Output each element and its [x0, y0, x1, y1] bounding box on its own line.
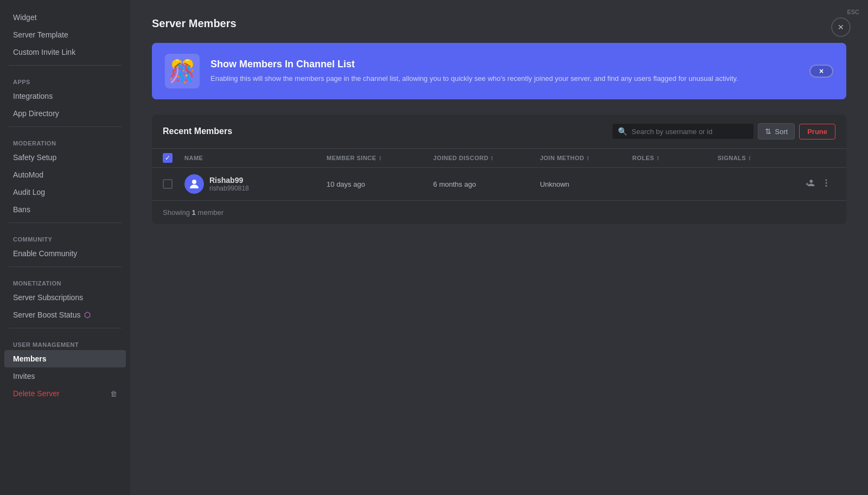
banner-description: Enabling this will show the members page…	[210, 73, 799, 84]
row-checkbox-wrap	[163, 179, 184, 189]
select-all-checkbox[interactable]: ✓	[163, 153, 173, 163]
col-joined-discord-label: JOINED DISCORD	[433, 155, 489, 161]
check-icon: ✓	[165, 154, 170, 162]
svg-point-0	[192, 180, 196, 184]
sidebar-item-members[interactable]: Members	[4, 350, 126, 367]
discord-avatar-icon	[188, 177, 201, 191]
main-content: ✕ ESC Server Members 🎊 Show Members In C…	[130, 0, 868, 495]
row-checkbox[interactable]	[163, 179, 173, 189]
sidebar-item-server-template[interactable]: Server Template	[4, 26, 126, 43]
search-icon: 🔍	[618, 127, 627, 136]
search-box[interactable]: 🔍	[612, 124, 754, 139]
sidebar-divider-3	[9, 223, 122, 223]
col-member-since-label: MEMBER SINCE	[327, 155, 376, 161]
members-header-title: Recent Members	[163, 126, 612, 136]
sidebar-item-server-subscriptions[interactable]: Server Subscriptions	[4, 289, 126, 306]
row-joined-discord: 6 months ago	[433, 180, 540, 188]
sidebar-item-integrations[interactable]: Integrations	[4, 87, 126, 105]
sidebar-item-enable-community-label: Enable Community	[13, 249, 77, 258]
sidebar-divider-2	[9, 126, 122, 127]
table-row: Rishab99 rishab990818 10 days ago 6 mont…	[152, 168, 846, 201]
sidebar-item-audit-log[interactable]: Audit Log	[4, 183, 126, 201]
sidebar-item-delete-server-label: Delete Server	[13, 389, 60, 398]
sort-icon: ⇅	[765, 127, 771, 136]
boost-icon: ⬡	[84, 310, 91, 319]
prune-button[interactable]: Prune	[799, 124, 835, 139]
sidebar-item-delete-server[interactable]: Delete Server 🗑	[4, 385, 126, 402]
add-member-button[interactable]	[803, 176, 817, 192]
banner-illustration: 🎊	[165, 54, 200, 88]
section-label-moderation: MODERATION	[0, 131, 130, 149]
table-header: ✓ NAME MEMBER SINCE ⫶ JOINED DISCORD ⫶ J…	[152, 149, 846, 168]
trash-icon: 🗑	[110, 390, 117, 398]
sidebar-divider-1	[9, 65, 122, 66]
svg-point-1	[825, 179, 827, 181]
banner-mascot-icon: 🎊	[169, 59, 196, 84]
sidebar-item-invites[interactable]: Invites	[4, 367, 126, 385]
banner: 🎊 Show Members In Channel List Enabling …	[152, 43, 846, 99]
search-input[interactable]	[631, 128, 748, 136]
col-joined-discord-sort-icon[interactable]: ⫶	[490, 155, 494, 161]
col-signals-sort-icon[interactable]: ⫶	[748, 155, 751, 161]
sidebar-item-audit-log-label: Audit Log	[13, 188, 45, 196]
section-label-user-management: USER MANAGEMENT	[0, 333, 130, 350]
sidebar-item-server-boost-status[interactable]: Server Boost Status ⬡	[4, 306, 126, 323]
sort-button[interactable]: ⇅ Sort	[758, 123, 795, 139]
sidebar-item-safety-setup[interactable]: Safety Setup	[4, 149, 126, 166]
member-username: rishab990818	[209, 185, 249, 192]
close-button[interactable]: ✕	[831, 17, 851, 37]
sidebar-item-server-template-label: Server Template	[13, 30, 68, 39]
col-header-roles: ROLES ⫶	[633, 155, 718, 161]
col-header-name: NAME	[184, 155, 327, 161]
sidebar-item-widget-label: Widget	[13, 13, 37, 22]
col-checkbox-header: ✓	[163, 153, 184, 163]
sort-label: Sort	[775, 128, 788, 136]
members-header: Recent Members 🔍 ⇅ Sort Prune	[152, 115, 846, 149]
col-roles-sort-icon[interactable]: ⫶	[656, 155, 660, 161]
members-section: Recent Members 🔍 ⇅ Sort Prune ✓ NAME	[152, 115, 846, 224]
showing-label: Showing	[163, 208, 190, 217]
page-title: Server Members	[152, 17, 846, 30]
section-label-monetization: MONETIZATION	[0, 271, 130, 289]
showing-text: Showing 1 member	[152, 201, 846, 224]
sidebar-item-custom-invite-link[interactable]: Custom Invite Link	[4, 43, 126, 61]
sidebar: Widget Server Template Custom Invite Lin…	[0, 0, 130, 495]
sidebar-item-custom-invite-link-label: Custom Invite Link	[13, 48, 75, 56]
col-join-method-label: JOIN METHOD	[540, 155, 584, 161]
sidebar-item-server-subscriptions-label: Server Subscriptions	[13, 293, 83, 302]
sidebar-item-invites-label: Invites	[13, 372, 35, 380]
col-join-method-sort-icon[interactable]: ⫶	[586, 155, 590, 161]
banner-toggle[interactable]: ×	[809, 65, 833, 78]
banner-text: Show Members In Channel List Enabling th…	[210, 59, 799, 84]
ellipsis-icon	[821, 178, 831, 188]
sidebar-item-server-boost-status-label: Server Boost Status	[13, 310, 81, 319]
sidebar-item-safety-setup-label: Safety Setup	[13, 153, 56, 162]
banner-title: Show Members In Channel List	[210, 59, 799, 70]
sidebar-item-bans[interactable]: Bans	[4, 201, 126, 218]
row-name-cell: Rishab99 rishab990818	[184, 174, 327, 194]
sidebar-item-widget[interactable]: Widget	[4, 9, 126, 26]
col-member-since-sort-icon[interactable]: ⫶	[379, 155, 382, 161]
col-header-member-since: MEMBER SINCE ⫶	[327, 155, 433, 161]
avatar-inner	[184, 174, 204, 194]
section-label-community: COMMUNITY	[0, 227, 130, 245]
close-x-icon: ✕	[838, 23, 844, 31]
showing-unit: member	[197, 208, 224, 217]
member-name-wrap: Rishab99 rishab990818	[209, 176, 249, 192]
prune-label: Prune	[807, 128, 827, 136]
col-header-join-method: JOIN METHOD ⫶	[540, 155, 632, 161]
col-header-signals: SIGNALS ⫶	[718, 155, 803, 161]
sidebar-divider-5	[9, 328, 122, 328]
sidebar-item-integrations-label: Integrations	[13, 92, 53, 100]
sidebar-divider-4	[9, 266, 122, 267]
sidebar-item-automod[interactable]: AutoMod	[4, 166, 126, 183]
sidebar-item-automod-label: AutoMod	[13, 170, 43, 179]
sidebar-item-enable-community[interactable]: Enable Community	[4, 245, 126, 262]
close-area: ✕ ESC	[847, 9, 859, 15]
sidebar-item-app-directory[interactable]: App Directory	[4, 105, 126, 122]
showing-count: 1	[192, 208, 196, 217]
col-name-label: NAME	[184, 155, 203, 161]
more-options-button[interactable]	[819, 176, 833, 192]
row-join-method: Unknown	[540, 180, 632, 188]
toggle-x-icon: ×	[819, 67, 824, 75]
